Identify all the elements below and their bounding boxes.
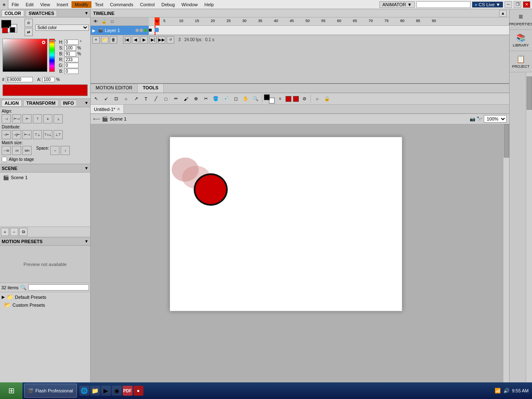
stroke-color-swatch[interactable]	[10, 27, 15, 33]
red-input[interactable]	[64, 57, 79, 62]
motion-presets-collapse[interactable]: ▼	[84, 239, 89, 244]
swap-colors-btn[interactable]: ⇄	[25, 28, 33, 36]
go-prev-btn[interactable]: ◀	[132, 36, 139, 44]
free-transform-btn[interactable]: ⊡	[111, 94, 121, 103]
match-wh-btn[interactable]: WH	[22, 146, 32, 155]
color-panel-collapse[interactable]: ▼	[84, 11, 89, 15]
tab-tools[interactable]: TOOLS	[138, 84, 164, 93]
dist-ch-btn[interactable]: ⊣|⊢	[12, 130, 21, 139]
fill-color-swatch[interactable]	[2, 27, 8, 33]
stage-canvas[interactable]	[170, 137, 402, 311]
restore-button[interactable]: ❐	[514, 1, 521, 8]
fill-type-select[interactable]: Solid color	[35, 25, 89, 31]
zoom-tool-btn[interactable]: 🔍	[251, 94, 260, 103]
sat-input[interactable]	[64, 45, 76, 51]
eraser-btn[interactable]: ◻	[231, 94, 240, 103]
paint-bucket-btn[interactable]: 🪣	[211, 94, 220, 103]
menu-commands[interactable]: Commands	[106, 1, 136, 8]
tab-motion-editor[interactable]: MOTION EDITOR	[91, 84, 138, 93]
folder-taskbar-icon[interactable]: 📁	[90, 386, 100, 396]
menu-debug[interactable]: Debug	[158, 1, 178, 8]
tab-swatches[interactable]: SWATCHES	[26, 10, 57, 16]
tab-color[interactable]: COLOR	[2, 10, 24, 16]
no-color-btn[interactable]: ⊘	[25, 19, 33, 27]
align-top-btn[interactable]: ⊤	[33, 114, 42, 123]
align-to-stage-checkbox[interactable]	[2, 157, 7, 162]
bone-tool-btn[interactable]: ✂	[201, 94, 210, 103]
minimize-button[interactable]: ─	[505, 1, 512, 8]
select-tool-btn[interactable]: ↖	[91, 94, 101, 103]
align-left-btn[interactable]: ⊣	[2, 114, 11, 123]
sat-brightness-picker[interactable]	[2, 39, 47, 72]
match-w-btn[interactable]: ↔W	[2, 146, 11, 155]
toolbar-fg-swatch[interactable]	[264, 94, 270, 100]
scrollbar-v-thumb[interactable]	[504, 124, 509, 158]
media-taskbar-icon[interactable]: ▶	[101, 386, 111, 396]
delete-layer-btn[interactable]: 🗑	[110, 36, 117, 44]
line-tool-btn[interactable]: ╱	[151, 94, 160, 103]
pencil-tool-btn[interactable]: ✏	[171, 94, 180, 103]
new-layer-btn[interactable]: +	[92, 36, 100, 44]
hex-input[interactable]	[6, 77, 33, 82]
lock-icon[interactable]: 🔒	[101, 18, 107, 25]
close-button[interactable]: ✕	[523, 1, 530, 8]
tab-align[interactable]: ALIGN	[2, 100, 22, 106]
subselect-tool-btn[interactable]: ↙	[101, 94, 111, 103]
brush-tool-btn[interactable]: 🖌	[181, 94, 190, 103]
menu-view[interactable]: View	[37, 1, 54, 8]
menu-insert[interactable]: Insert	[53, 1, 71, 8]
toolbar-bg-swatch[interactable]	[269, 98, 275, 103]
delete-scene-btn[interactable]: −	[10, 228, 18, 236]
dist-bot-btn[interactable]: ⊥⊤	[54, 130, 63, 139]
menu-modify[interactable]: Modify	[71, 1, 91, 8]
scrollbar-vertical[interactable]	[503, 124, 509, 399]
main-circle[interactable]	[194, 173, 228, 206]
menu-file[interactable]: File	[8, 1, 22, 8]
sound-tray-icon[interactable]: 🔊	[503, 388, 510, 394]
eyedropper-btn[interactable]: 💉	[221, 94, 230, 103]
start-button[interactable]: ⊞	[0, 382, 22, 399]
lasso-btn[interactable]: ○	[121, 94, 131, 103]
dist-right-btn[interactable]: ⊢⊣	[22, 130, 32, 139]
timeline-collapse[interactable]: ▲	[499, 10, 507, 17]
visibility-icon[interactable]: 👁	[92, 18, 99, 25]
network-tray-icon[interactable]: 📶	[495, 388, 501, 394]
scene-panel-collapse[interactable]: ▼	[84, 166, 89, 170]
tab-info[interactable]: INFO	[60, 100, 77, 106]
toolbar-stroke-btn[interactable]: S	[276, 94, 285, 103]
align-center-h-btn[interactable]: ⊢⊣	[12, 114, 21, 123]
presets-search-input[interactable]	[28, 284, 89, 291]
presets-search-icon[interactable]: 🔍	[20, 285, 27, 291]
dist-cv-btn[interactable]: ⊤=⊥	[43, 130, 52, 139]
menu-edit[interactable]: Edit	[22, 1, 37, 8]
toolbar-no-color-btn[interactable]: ⊘	[300, 94, 309, 103]
hue-slider[interactable]	[49, 39, 55, 72]
project-panel-btn[interactable]: 📋 PROJECT	[510, 51, 532, 72]
lock-fill-btn[interactable]: 🔒	[323, 94, 332, 103]
right-scrollbar[interactable]	[526, 72, 532, 399]
right-scrollbar-thumb[interactable]	[527, 76, 532, 110]
go-next-btn[interactable]: ▶|	[149, 36, 157, 44]
hand-tool-btn[interactable]: ✋	[241, 94, 250, 103]
menu-window[interactable]: Window	[178, 1, 201, 8]
canvas-tab-close[interactable]: ✕	[117, 107, 120, 111]
preset-folder-default[interactable]: ▶ 📁 Default Presets	[1, 293, 89, 301]
scene-item-1[interactable]: 🎬 Scene 1	[1, 174, 89, 181]
preset-folder-custom[interactable]: 📂 Custom Presets	[1, 301, 89, 309]
new-folder-btn[interactable]: 📁	[101, 36, 108, 44]
library-panel-btn[interactable]: 📚 LIBRARY	[510, 30, 532, 51]
match-h-btn[interactable]: ↕H	[12, 146, 21, 155]
ie-taskbar-icon[interactable]: 🌐	[79, 386, 89, 396]
animator-button[interactable]: ANIMATOR ▼	[379, 1, 415, 8]
green-input[interactable]	[64, 63, 79, 68]
canvas-tab-1[interactable]: Untitled-1* ✕	[91, 105, 124, 113]
hue-input[interactable]	[64, 39, 79, 45]
align-right-btn[interactable]: ⊢	[22, 114, 32, 123]
add-scene-btn[interactable]: +	[1, 228, 9, 236]
menu-text[interactable]: Text	[91, 1, 106, 8]
outline-icon[interactable]: □	[109, 18, 116, 25]
3d-rotate-btn[interactable]: ↗	[131, 94, 140, 103]
rect-tool-btn[interactable]: □	[161, 94, 170, 103]
space-v-btn[interactable]: ↕	[61, 146, 70, 155]
dist-top-btn[interactable]: ⊤⊥	[33, 130, 42, 139]
